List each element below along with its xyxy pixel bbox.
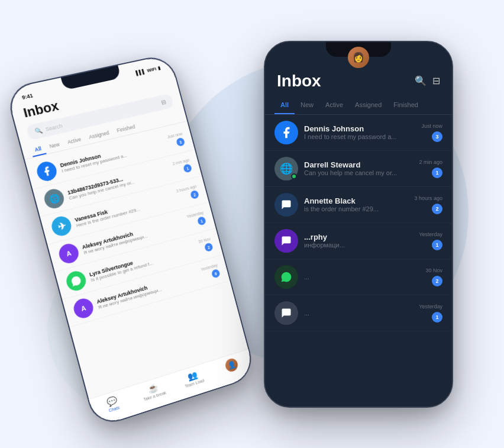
back-avatar-web: 🌐 — [42, 187, 66, 210]
back-nav-teamload[interactable]: 👥 Team Load — [172, 365, 215, 391]
front-tabs: All New Active Assigned Finished — [265, 96, 452, 115]
front-user-avatar: 👩 — [348, 47, 369, 68]
front-tab-assigned[interactable]: Assigned — [349, 96, 387, 114]
front-search-icon[interactable]: 🔍 — [415, 75, 427, 86]
back-search-placeholder: Search — [45, 122, 63, 131]
back-avatar-lyra — [64, 269, 88, 292]
back-phone: 9:41 ▌▌▌ WiFi ▮ Inbox 🔍 Search ⊟ All — [5, 53, 257, 428]
signal-icon: ▌▌▌ — [135, 68, 146, 75]
front-avatar-row6 — [274, 301, 298, 325]
back-nav-break[interactable]: ☕ Take a break — [131, 377, 176, 404]
battery-icon: ▮ — [157, 65, 161, 70]
phones-container: 9:41 ▌▌▌ WiFi ▮ Inbox 🔍 Search ⊟ All — [15, 17, 489, 431]
front-tab-new[interactable]: New — [295, 96, 319, 114]
back-screen: 9:41 ▌▌▌ WiFi ▮ Inbox 🔍 Search ⊟ All — [6, 54, 255, 427]
front-avatar-murphy — [274, 229, 298, 253]
front-chat-item[interactable]: ...rphy информаци... Yesterday 1 — [265, 223, 452, 259]
front-phone: 👩 Inbox 🔍 ⊟ All New Active Assigned Fini… — [264, 41, 453, 408]
front-tab-active[interactable]: Active — [319, 96, 349, 114]
front-filter-icon[interactable]: ⊟ — [432, 75, 440, 86]
front-avatar-dennis — [274, 121, 298, 144]
front-avatar-annette — [274, 193, 298, 217]
back-nav-chats[interactable]: 💬 Chats — [90, 390, 135, 418]
back-tab-active[interactable]: Active — [63, 133, 86, 149]
front-chat-item[interactable]: ... Yesterday 1 — [265, 295, 452, 331]
front-tab-all[interactable]: All — [274, 96, 295, 114]
front-screen: Inbox 🔍 ⊟ All New Active Assigned Finish… — [265, 42, 452, 407]
front-avatar-row5 — [274, 265, 298, 289]
front-tab-finished[interactable]: Finished — [387, 96, 424, 114]
front-chat-item[interactable]: ... 30 Nov 2 — [265, 259, 452, 295]
chats-icon: 💬 — [106, 395, 118, 407]
wifi-icon: WiFi — [146, 66, 157, 73]
front-online-dot — [291, 173, 297, 179]
back-tab-finished[interactable]: Finished — [112, 120, 140, 137]
back-time: 9:41 — [21, 92, 34, 101]
back-filter-icon[interactable]: ⊟ — [160, 98, 166, 105]
back-nav-avatar[interactable]: 👤 — [211, 353, 253, 379]
front-chat-item[interactable]: Annette Black is the order number #29...… — [265, 187, 452, 223]
back-avatar-dennis — [35, 159, 59, 182]
back-user-avatar: 👤 — [224, 357, 240, 373]
front-inbox-title: Inbox — [277, 72, 321, 91]
front-chat-item[interactable]: 🌐 Darrell Steward Can you help me cancel… — [265, 151, 452, 187]
back-avatar-vanessa: ✈ — [50, 214, 73, 238]
back-search-icon: 🔍 — [34, 127, 43, 135]
back-bottom-nav: 💬 Chats ☕ Take a break 👥 Team Load 👤 — [89, 349, 255, 427]
back-avatar-aleksey: A — [57, 241, 80, 265]
team-icon: 👥 — [186, 369, 198, 381]
back-tab-all[interactable]: All — [30, 142, 46, 157]
back-avatar-aleksey2: A — [72, 296, 95, 320]
break-icon: ☕ — [147, 382, 159, 394]
front-avatar-darrell: 🌐 — [274, 157, 298, 181]
front-chat-item[interactable]: Dennis Johnson I need to reset my passwo… — [265, 115, 452, 151]
front-header-icons: 🔍 ⊟ — [415, 75, 440, 86]
back-tab-new[interactable]: New — [44, 138, 64, 153]
